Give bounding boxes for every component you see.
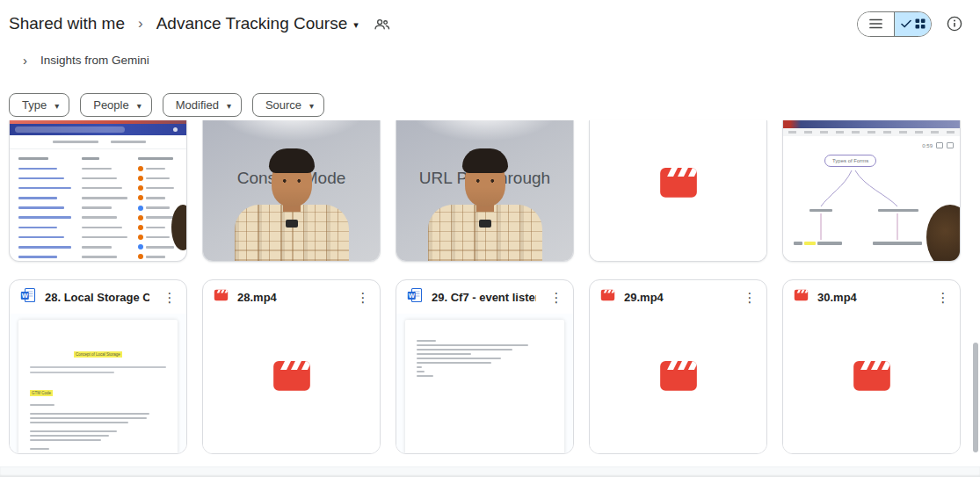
- word-doc-icon: W: [20, 287, 36, 303]
- table-row: [18, 213, 178, 222]
- code-line: [417, 371, 425, 372]
- info-icon: [947, 16, 962, 32]
- check-icon: [901, 19, 911, 28]
- folder-title-button[interactable]: Advance Tracking Course ▾: [156, 14, 359, 33]
- file-name: 29. Cf7 - event listener...: [432, 291, 536, 304]
- table-header-row: [18, 154, 178, 163]
- code-line: [30, 430, 117, 432]
- filter-chip-source[interactable]: Source▾: [252, 93, 324, 117]
- more-options-button[interactable]: ⋮: [158, 291, 181, 304]
- highlighted-heading: GTM Code: [30, 390, 53, 396]
- cell-owner: [138, 215, 174, 220]
- shared-people-icon: [374, 18, 390, 31]
- more-options-button[interactable]: ⋮: [738, 291, 761, 304]
- file-card-header: 29.mp4⋮: [590, 280, 766, 314]
- info-button[interactable]: [947, 16, 962, 32]
- cell-text: [82, 206, 138, 209]
- cell-owner: [138, 206, 170, 211]
- file-card[interactable]: 28.mp4⋮: [202, 279, 381, 454]
- toolbar-text: [53, 141, 98, 143]
- thumbnail-card[interactable]: [9, 120, 187, 262]
- video-clapper-icon: [852, 359, 892, 393]
- browser-address-bar: [10, 124, 186, 135]
- code-line: [30, 435, 109, 437]
- file-name: 28.mp4: [237, 291, 343, 304]
- file-thumbnail: [396, 314, 573, 453]
- table-row: [18, 173, 178, 183]
- cell-owner: [138, 195, 165, 200]
- file-card[interactable]: 30.mp4⋮: [782, 279, 961, 454]
- filter-chip-label: People: [93, 98, 128, 112]
- filter-chip-modified[interactable]: Modified▾: [163, 93, 242, 117]
- code-line: [30, 426, 166, 428]
- file-card-header: 30.mp4⋮: [783, 280, 960, 314]
- flowchart-root-node: Types of Forms: [824, 155, 876, 167]
- avatar-dot: [138, 235, 143, 240]
- file-card[interactable]: W28. Local Storage Conce...⋮Concept of L…: [9, 279, 187, 454]
- code-line: [30, 417, 147, 419]
- more-options-button[interactable]: ⋮: [932, 291, 955, 304]
- header-controls: [857, 11, 962, 37]
- table-row: [18, 233, 178, 242]
- video-icon: [794, 289, 809, 305]
- cell-text: [82, 197, 138, 199]
- shared-people-icon[interactable]: [374, 18, 390, 31]
- file-card[interactable]: W29. Cf7 - event listener...⋮: [396, 279, 574, 454]
- chevron-down-icon: ▾: [227, 99, 231, 111]
- video-icon: [600, 289, 615, 305]
- filter-chip-people[interactable]: People▾: [80, 93, 152, 117]
- list-view-button[interactable]: [858, 12, 895, 36]
- insights-from-gemini-row[interactable]: › Insights from Gemini: [23, 53, 149, 68]
- scrollbar-thumb[interactable]: [973, 343, 978, 452]
- thumbnail-card[interactable]: [589, 120, 767, 262]
- cell-link: [18, 236, 82, 239]
- grid-view-icon: [915, 18, 926, 29]
- table-row: [18, 203, 178, 213]
- more-options-button[interactable]: ⋮: [352, 291, 374, 304]
- cell-text: [82, 246, 138, 249]
- cell-text: [82, 227, 138, 229]
- avatar-dot: [138, 225, 143, 230]
- avatar-dot: [138, 176, 143, 181]
- more-options-button[interactable]: ⋮: [545, 291, 568, 304]
- insights-from-gemini-label: Insights from Gemini: [40, 54, 149, 67]
- diagram-thumbnail: 0:59Types of Forms: [783, 120, 960, 261]
- top-bar: Shared with me › Advance Tracking Course…: [0, 0, 980, 47]
- avatar-dot: [138, 206, 143, 211]
- code-block: [30, 404, 166, 450]
- filter-chip-label: Source: [265, 98, 301, 112]
- cell-link: [18, 206, 82, 209]
- document-page: [405, 320, 564, 453]
- flowchart-leaf-label: [873, 242, 922, 245]
- grid-view-button[interactable]: [895, 12, 931, 36]
- thumbnail-card[interactable]: URL Passthrough: [396, 120, 574, 262]
- cell-text: [82, 256, 138, 258]
- code-block: [417, 340, 553, 377]
- avatar-dot: [138, 215, 143, 220]
- filter-chip-label: Type: [22, 98, 47, 112]
- file-card[interactable]: 29.mp4⋮: [589, 279, 767, 454]
- code-line: [417, 344, 528, 346]
- cell-link: [18, 197, 82, 199]
- flowchart-child-label: [878, 209, 918, 212]
- document-page: Concept of Local StorageGTM Code: [18, 320, 178, 453]
- word-doc-icon: W: [407, 287, 423, 307]
- cell-link: [18, 246, 82, 249]
- file-thumbnail: [590, 314, 766, 453]
- cell-owner: [138, 166, 165, 171]
- cell-link: [18, 227, 82, 229]
- flowchart-child-label: [809, 209, 832, 212]
- text-line: [30, 372, 114, 373]
- filter-chip-type[interactable]: Type▾: [9, 93, 69, 117]
- page-title: Advance Tracking Course: [156, 14, 348, 33]
- video-clapper-icon: [272, 359, 312, 393]
- thumbnail-card[interactable]: Consent Mode: [202, 120, 381, 262]
- grid-row-2: W28. Local Storage Conce...⋮Concept of L…: [9, 279, 961, 454]
- cell-link: [18, 187, 82, 190]
- code-line: [30, 444, 166, 445]
- breadcrumb-shared-with-me[interactable]: Shared with me: [9, 14, 125, 33]
- cell-owner: [138, 185, 174, 191]
- thumbnail-card[interactable]: 0:59Types of Forms: [782, 120, 961, 262]
- cell-text: [82, 216, 138, 219]
- chevron-right-icon[interactable]: ›: [23, 53, 27, 68]
